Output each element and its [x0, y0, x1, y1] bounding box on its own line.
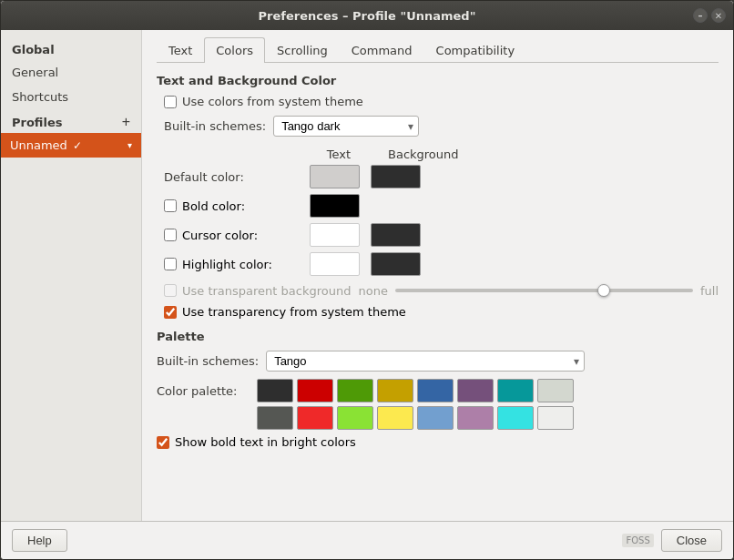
transparent-bg-label: Use transparent background	[182, 284, 351, 298]
tab-text[interactable]: Text	[157, 37, 204, 63]
palette-scheme-select[interactable]: Tango Linux console XTerm rxvt Solarized	[266, 351, 585, 372]
palette-swatch-1[interactable]	[297, 379, 333, 402]
profiles-section-header: Profiles +	[1, 109, 141, 133]
tab-compatibility[interactable]: Compatibility	[424, 37, 527, 63]
palette-swatch-10[interactable]	[337, 406, 373, 430]
profile-check-icon: ✓	[73, 139, 82, 152]
default-color-label: Default color:	[164, 170, 310, 184]
titlebar-buttons: – ✕	[693, 8, 726, 23]
transparent-bg-checkbox[interactable]	[164, 284, 177, 297]
bold-color-checkbox[interactable]	[164, 199, 177, 212]
highlight-color-label-group: Highlight color:	[164, 258, 310, 271]
show-bold-bright-row: Show bold text in bright colors	[157, 435, 719, 449]
cursor-color-checkbox[interactable]	[164, 229, 177, 241]
window-title: Preferences – Profile "Unnamed"	[259, 9, 476, 23]
cursor-text-swatch[interactable]	[310, 223, 360, 247]
palette-scheme-wrapper: Tango Linux console XTerm rxvt Solarized	[266, 351, 585, 372]
bottom-bar: Help FOSS Close	[1, 521, 733, 559]
use-system-theme-row: Use colors from system theme	[157, 95, 719, 108]
highlight-bg-swatch[interactable]	[371, 252, 421, 276]
bold-color-label: Bold color:	[182, 199, 245, 213]
builtin-scheme-select[interactable]: Tango dark Tango light Solarized dark So…	[273, 116, 419, 137]
bold-color-row: Bold color:	[157, 194, 719, 218]
palette-swatch-3[interactable]	[377, 379, 413, 402]
highlight-color-label: Highlight color:	[182, 258, 272, 271]
builtin-schemes-label: Built-in schemes:	[164, 119, 266, 133]
palette-color-row1: Color palette:	[157, 379, 719, 402]
palette-swatch-14[interactable]	[497, 406, 534, 430]
builtin-scheme-wrapper: Tango dark Tango light Solarized dark So…	[273, 116, 419, 137]
preferences-window: Preferences – Profile "Unnamed" – ✕ Glob…	[0, 0, 734, 560]
transparency-system-row: Use transparency from system theme	[157, 305, 719, 319]
palette-section: Palette Built-in schemes: Tango Linux co…	[157, 330, 719, 449]
cursor-color-label-group: Cursor color:	[164, 229, 310, 242]
palette-swatch-2[interactable]	[337, 379, 373, 402]
cursor-bg-swatch[interactable]	[371, 223, 421, 247]
text-column-header: Text	[311, 148, 366, 161]
palette-swatch-15[interactable]	[537, 406, 574, 430]
palette-color-label: Color palette:	[157, 384, 257, 398]
highlight-color-row: Highlight color:	[157, 252, 719, 276]
transparency-system-label: Use transparency from system theme	[182, 305, 406, 319]
global-section-label: Global	[1, 37, 141, 60]
transparent-full-label: full	[700, 284, 719, 298]
palette-swatch-5[interactable]	[457, 379, 494, 402]
colors-panel: Text and Background Color Use colors fro…	[157, 74, 719, 449]
help-button[interactable]: Help	[12, 529, 67, 552]
use-system-theme-checkbox[interactable]	[164, 96, 177, 108]
palette-swatch-7[interactable]	[537, 379, 574, 402]
transparent-none-label: none	[358, 284, 387, 298]
cursor-color-label: Cursor color:	[182, 229, 258, 242]
text-bg-color-title: Text and Background Color	[157, 74, 719, 87]
profile-item-content: Unnamed ✓	[10, 138, 82, 152]
palette-schemes-label: Built-in schemes:	[157, 354, 259, 368]
default-color-row: Default color:	[157, 165, 719, 188]
show-bold-bright-checkbox[interactable]	[157, 436, 169, 449]
palette-swatch-6[interactable]	[497, 379, 534, 402]
default-bg-swatch[interactable]	[371, 165, 421, 188]
transparency-slider-thumb[interactable]	[597, 284, 610, 297]
add-profile-button[interactable]: +	[122, 115, 130, 129]
cursor-color-row: Cursor color:	[157, 223, 719, 247]
close-button[interactable]: Close	[661, 529, 722, 552]
bg-column-header: Background	[388, 148, 459, 161]
titlebar: Preferences – Profile "Unnamed" – ✕	[1, 1, 733, 30]
transparent-bg-row: Use transparent background none full	[157, 281, 719, 300]
transparency-system-checkbox[interactable]	[164, 306, 177, 319]
palette-swatches-row1	[257, 379, 574, 402]
profiles-label: Profiles	[12, 116, 63, 129]
tab-command[interactable]: Command	[340, 37, 424, 63]
palette-swatch-13[interactable]	[457, 406, 494, 430]
close-button[interactable]: ✕	[711, 8, 726, 23]
highlight-color-checkbox[interactable]	[164, 258, 177, 270]
default-text-swatch[interactable]	[310, 165, 360, 188]
sidebar-item-shortcuts[interactable]: Shortcuts	[1, 85, 141, 109]
main-content: Global General Shortcuts Profiles + Unna…	[1, 30, 733, 521]
palette-swatches-row2	[257, 406, 574, 430]
palette-schemes-row: Built-in schemes: Tango Linux console XT…	[157, 351, 719, 372]
profile-dropdown-icon[interactable]: ▾	[127, 140, 132, 150]
sidebar-item-general[interactable]: General	[1, 60, 141, 85]
sidebar: Global General Shortcuts Profiles + Unna…	[1, 30, 142, 521]
palette-swatch-0[interactable]	[257, 379, 293, 402]
highlight-text-swatch[interactable]	[310, 252, 360, 276]
palette-swatch-12[interactable]	[417, 406, 454, 430]
tab-bar: Text Colors Scrolling Command Compatibil…	[157, 37, 719, 63]
palette-swatch-11[interactable]	[377, 406, 413, 430]
main-panel: Text Colors Scrolling Command Compatibil…	[142, 30, 733, 521]
use-system-theme-label: Use colors from system theme	[182, 95, 363, 108]
palette-title: Palette	[157, 330, 719, 343]
minimize-button[interactable]: –	[693, 8, 708, 23]
profile-unnamed[interactable]: Unnamed ✓ ▾	[1, 133, 141, 158]
tab-scrolling[interactable]: Scrolling	[265, 37, 340, 63]
transparent-bg-label-group: Use transparent background	[164, 284, 351, 298]
color-column-headers: Text Background	[157, 148, 719, 161]
palette-swatch-8[interactable]	[257, 406, 293, 430]
tab-colors[interactable]: Colors	[204, 37, 265, 63]
show-bold-bright-label: Show bold text in bright colors	[175, 435, 356, 449]
bold-text-swatch[interactable]	[310, 194, 360, 218]
palette-swatch-4[interactable]	[417, 379, 454, 402]
palette-swatch-9[interactable]	[297, 406, 333, 430]
builtin-schemes-row: Built-in schemes: Tango dark Tango light…	[157, 116, 719, 137]
palette-color-row2	[157, 406, 719, 430]
